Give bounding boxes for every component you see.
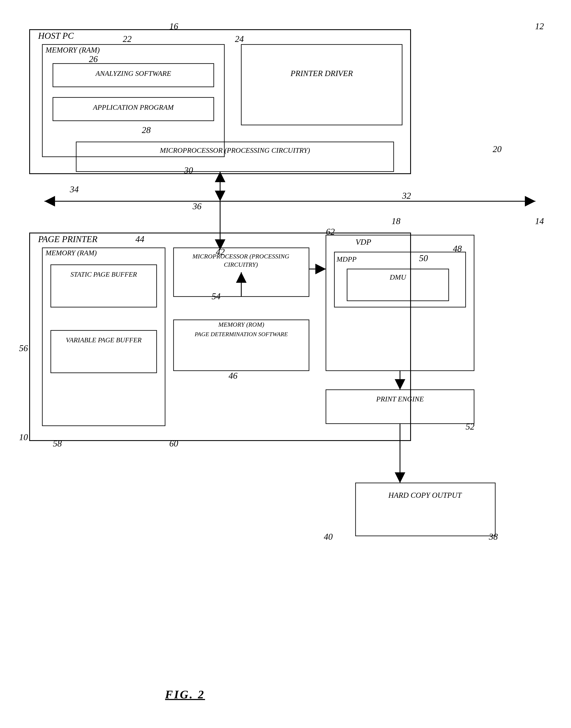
ref-56: 56 <box>19 343 28 353</box>
host-pc-label: HOST PC <box>38 31 74 41</box>
ref-52: 52 <box>466 422 474 432</box>
variable-page-buffer-label: VARIABLE PAGE BUFFER <box>52 336 155 345</box>
ref-20: 20 <box>493 144 501 154</box>
ref-14: 14 <box>535 216 544 226</box>
ref-38: 38 <box>489 532 498 542</box>
memory-ram-top-label: MEMORY (RAM) <box>45 46 100 55</box>
mdpp-label: MDPP <box>337 255 356 263</box>
svg-marker-28 <box>315 264 326 274</box>
ref-10: 10 <box>19 432 28 442</box>
ref-24: 24 <box>235 34 244 44</box>
svg-marker-30 <box>236 272 247 283</box>
ref-46: 46 <box>229 371 237 381</box>
ref-58: 58 <box>53 439 62 449</box>
ref-62: 62 <box>326 226 335 237</box>
application-program-label: APPLICATION PROGRAM <box>55 103 212 111</box>
printer-driver-label: PRINTER DRIVER <box>241 68 402 79</box>
print-engine-label: PRINT ENGINE <box>327 395 473 403</box>
ref-44: 44 <box>135 234 144 244</box>
svg-marker-26 <box>395 472 405 483</box>
hard-copy-output-label: HARD COPY OUTPUT <box>357 490 493 500</box>
svg-marker-7 <box>44 196 55 206</box>
ref-16: 16 <box>169 21 178 31</box>
memory-ram-bottom-label: MEMORY (RAM) <box>45 249 97 257</box>
fig-label: FIG. 2 <box>165 688 205 701</box>
dmu-label: DMU <box>349 273 447 281</box>
ref-40: 40 <box>324 532 333 542</box>
ref-32: 32 <box>402 191 411 201</box>
svg-marker-8 <box>525 196 536 206</box>
svg-rect-4 <box>241 44 402 125</box>
ref-26: 26 <box>89 54 98 64</box>
svg-marker-32 <box>395 379 405 390</box>
ref-30: 30 <box>184 165 193 175</box>
ref-28: 28 <box>142 125 151 135</box>
memory-rom-label: MEMORY (ROM) <box>176 321 307 328</box>
ref-22: 22 <box>123 34 132 44</box>
svg-rect-23 <box>326 390 474 424</box>
ref-18: 18 <box>391 216 401 226</box>
ref-36: 36 <box>193 201 202 211</box>
ref-34: 34 <box>70 184 79 194</box>
ref-54: 54 <box>212 291 221 301</box>
svg-rect-1 <box>42 44 224 157</box>
analyzing-software-label: ANALYZING SOFTWARE <box>55 70 212 78</box>
svg-marker-11 <box>215 172 225 182</box>
diagram-arrows <box>17 17 550 712</box>
microprocessor-top-label: MICROPROCESSOR (PROCESSING CIRCUITRY) <box>78 146 391 155</box>
ref-12: 12 <box>535 21 544 31</box>
page-determination-label: PAGE DETERMINATION SOFTWARE <box>176 331 307 338</box>
svg-marker-10 <box>215 191 225 201</box>
microprocessor-bottom-label: MICROPROCESSOR (PROCESSING CIRCUITRY) <box>175 252 307 269</box>
ref-42: 42 <box>216 247 225 257</box>
vdp-label: VDP <box>356 237 371 247</box>
static-page-buffer-label: STATIC PAGE BUFFER <box>52 270 155 279</box>
diagram-container: 12 16 22 24 26 28 20 30 34 32 36 18 14 H… <box>17 17 550 712</box>
ref-50: 50 <box>419 253 428 263</box>
ref-48: 48 <box>453 244 462 254</box>
page-printer-label: PAGE PRINTER <box>38 234 97 244</box>
ref-60: 60 <box>169 439 178 449</box>
